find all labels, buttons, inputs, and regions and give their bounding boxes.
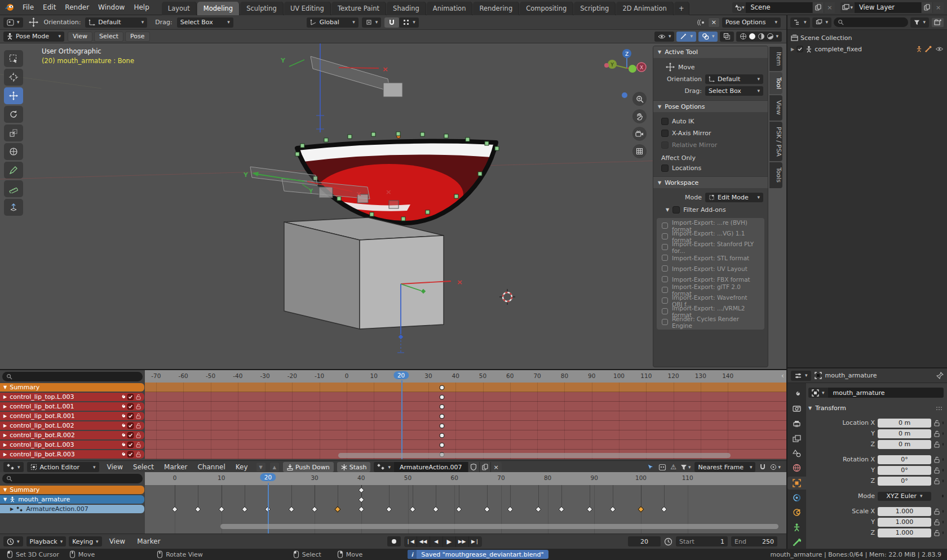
move-channel-down-button[interactable]: ▼	[256, 462, 266, 472]
workspace-tab-modeling[interactable]: Modeling	[197, 2, 240, 15]
outliner-filter-funnel-dropdown[interactable]: ▾	[910, 17, 929, 28]
addon-checkbox[interactable]	[662, 233, 668, 239]
tool-transform[interactable]	[4, 143, 23, 160]
channel-enabled-checkbox[interactable]	[127, 423, 134, 429]
properties-tab-physics[interactable]	[787, 506, 806, 519]
animate-dot[interactable]	[942, 469, 944, 472]
push-down-button[interactable]: Push Down	[283, 462, 334, 472]
viewport-canvas[interactable]: × Y	[0, 43, 786, 369]
properties-editor-type-button[interactable]: ▾	[791, 371, 811, 381]
transform-expand-icon[interactable]: ▼	[808, 406, 812, 411]
addon-checkbox[interactable]	[662, 287, 668, 293]
addon-checkbox[interactable]	[662, 319, 668, 325]
ds1-ruler[interactable]: -70-60-50-40-30-20-100102030405060708090…	[145, 370, 786, 383]
visibility-eye-icon[interactable]	[935, 46, 944, 52]
previous-keyframe-button[interactable]: ◀◀	[417, 536, 430, 547]
addon-row[interactable]: Import-Export: STL format	[657, 252, 764, 263]
timeline-editor-type-button[interactable]: ▾	[3, 536, 23, 546]
sidebar-tab-item[interactable]: Item	[769, 47, 782, 71]
topbar-menu-edit[interactable]: Edit	[38, 3, 60, 11]
field-rotation-x[interactable]: 0°	[878, 455, 931, 464]
channel-lock-icon[interactable]	[136, 394, 141, 400]
field-y[interactable]: 0 m	[878, 429, 931, 438]
properties-tab-scene[interactable]	[787, 447, 806, 460]
ds1-track-control-lip-top-l-003[interactable]	[145, 392, 786, 402]
sidebar-tab-tools[interactable]: Tools	[769, 162, 782, 188]
animate-dot[interactable]	[942, 479, 944, 482]
view-layer-selector[interactable]: ▾ View Layer ×	[840, 2, 944, 13]
addon-checkbox[interactable]	[662, 265, 668, 272]
channel-enabled-checkbox[interactable]	[127, 442, 134, 448]
zoom-button[interactable]	[632, 92, 647, 106]
orientation-dropdown[interactable]: Default▾	[85, 17, 147, 28]
addon-row[interactable]: Import-Export: UV Layout	[657, 263, 764, 274]
outliner-row-object[interactable]: ▶ complete_fixed	[787, 43, 947, 55]
auto-ik-checkbox[interactable]	[661, 118, 669, 125]
scene-delete-button[interactable]: ×	[824, 2, 835, 13]
outliner-filter-dropdown[interactable]: ▾	[812, 17, 832, 28]
field-z[interactable]: 1.000	[878, 528, 931, 537]
ds1-menu-view[interactable]: View	[103, 463, 127, 471]
keyframe-circle[interactable]	[440, 385, 445, 390]
locations-checkbox[interactable]	[661, 165, 669, 172]
timeline-menu-view[interactable]: View	[105, 537, 130, 545]
workspace-tab-layout[interactable]: Layout	[162, 2, 197, 15]
proportional-off-button[interactable]: ×	[708, 17, 720, 28]
workspace-section-header[interactable]: ▼Workspace	[653, 176, 768, 188]
transform-orientation-dropdown[interactable]: Global▾	[307, 17, 359, 28]
overlays-toggle[interactable]: ▾	[698, 32, 718, 42]
topbar-menu-window[interactable]: Window	[94, 3, 129, 11]
workspace-tab-sculpting[interactable]: Sculpting	[240, 2, 284, 15]
channel-lock-icon[interactable]	[136, 423, 141, 429]
sidebar-drag-dropdown[interactable]: Select Box▾	[705, 86, 763, 96]
view-layer-copy-button[interactable]	[921, 2, 932, 13]
fake-user-shield-button[interactable]	[468, 462, 479, 472]
scene-selector[interactable]: ▾ Scene ×	[732, 2, 835, 13]
camera-view-button[interactable]	[632, 127, 647, 141]
field-z[interactable]: 0 m	[878, 440, 931, 449]
ds1-track-control-lip-bot-l-002[interactable]	[145, 421, 786, 430]
ds1-track-control-lip-bot-l-001[interactable]	[145, 402, 786, 411]
addon-row[interactable]: Render: Cycles Render Engine	[657, 317, 764, 327]
channel-enabled-checkbox[interactable]	[127, 413, 134, 419]
tool-measure[interactable]	[4, 180, 23, 197]
view-layer-delete-button[interactable]: ×	[932, 2, 944, 13]
move-channel-up-button[interactable]: ▲	[269, 462, 280, 472]
workspace-tab-uv-editing[interactable]: UV Editing	[284, 2, 331, 15]
workspace-tab-2d-animation[interactable]: 2D Animation	[616, 2, 673, 15]
channel-lock-icon[interactable]	[136, 442, 141, 448]
workspace-tab-animation[interactable]: Animation	[427, 2, 473, 15]
field-y[interactable]: 1.000	[878, 518, 931, 527]
show-hidden-icon[interactable]	[658, 464, 666, 471]
expand-icon[interactable]: ▶	[791, 47, 794, 52]
scene-collection-label[interactable]: Scene Collection	[800, 34, 852, 42]
viewport-3d[interactable]: ▾ Orientation: Default▾ Drag: Select Box…	[0, 15, 786, 369]
auto-keying-toggle[interactable]	[387, 536, 401, 546]
gizmos-toggle[interactable]: ▾	[676, 32, 696, 42]
ds1-channel-control-lip-bot-r-002[interactable]: ▶control_lip_bot.R.002	[0, 431, 144, 439]
snap-target-dropdown[interactable]: ▾	[399, 17, 419, 28]
properties-tab-output[interactable]	[787, 417, 806, 430]
pose-options-section-header[interactable]: ▼Pose Options	[653, 100, 768, 112]
jump-to-start-button[interactable]: ❘◀	[404, 536, 417, 547]
lock-icon[interactable]	[934, 467, 940, 474]
channel-lock-icon[interactable]	[136, 403, 141, 410]
keyframe-circle[interactable]	[440, 443, 445, 448]
addon-checkbox[interactable]	[662, 276, 668, 282]
add-workspace-button[interactable]: +	[674, 2, 689, 15]
tool-cursor[interactable]	[4, 69, 23, 86]
ds1-channel-control-lip-bot-l-003[interactable]: ▶control_lip_bot.L.003	[0, 441, 144, 449]
collapse-region-icon[interactable]: ‹	[781, 371, 784, 380]
play-button[interactable]: ▶	[443, 536, 456, 547]
workspace-tab-texture-paint[interactable]: Texture Paint	[331, 2, 386, 15]
use-preview-range-icon[interactable]	[664, 537, 672, 546]
filter-funnel-dropdown[interactable]: ▾	[680, 464, 691, 470]
action-copy-button[interactable]	[479, 462, 490, 472]
view-layer-name[interactable]: View Layer	[855, 2, 921, 13]
ds1-menu-marker[interactable]: Marker	[160, 463, 192, 471]
ds1-channel-summary[interactable]: ▼Summary	[0, 383, 144, 392]
lock-icon[interactable]	[934, 456, 940, 463]
snap-toggle[interactable]	[384, 17, 399, 28]
proportional-edit-dropdown[interactable]: ▾	[770, 464, 781, 470]
filter-addons-expand-icon[interactable]: ▼	[666, 207, 669, 212]
